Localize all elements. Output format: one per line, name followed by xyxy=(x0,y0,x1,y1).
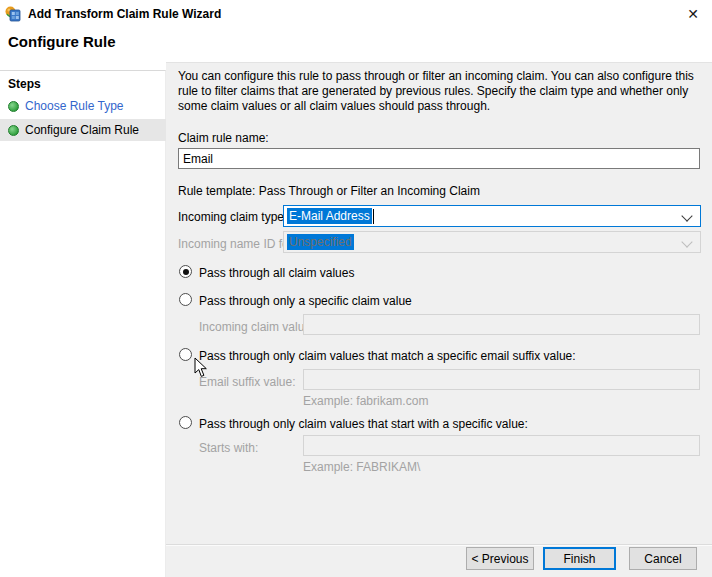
close-icon[interactable]: ✕ xyxy=(677,1,709,27)
step-label: Configure Claim Rule xyxy=(25,123,139,137)
email-suffix-example: Example: fabrikam.com xyxy=(303,394,428,408)
steps-heading: Steps xyxy=(8,77,41,91)
radio-email-suffix[interactable] xyxy=(179,348,192,361)
claim-rule-name-input[interactable] xyxy=(178,148,700,169)
finish-button[interactable]: Finish xyxy=(543,547,616,570)
cancel-button[interactable]: Cancel xyxy=(629,547,697,570)
radio-starts-with[interactable] xyxy=(179,416,192,429)
wizard-app-icon xyxy=(5,6,21,22)
radio-pass-through-all[interactable] xyxy=(179,265,192,278)
sidebar-item-choose-rule-type[interactable]: Choose Rule Type xyxy=(0,95,166,117)
previous-button[interactable]: < Previous xyxy=(466,547,534,570)
radio-email-suffix-label[interactable]: Pass through only claim values that matc… xyxy=(199,349,576,363)
selected-claim-type: E-Mail Address xyxy=(287,208,372,224)
email-suffix-value-input xyxy=(303,369,700,390)
starts-with-example: Example: FABRIKAM\ xyxy=(303,460,420,474)
incoming-claim-type-label: Incoming claim type: xyxy=(178,210,287,224)
step-bullet-icon xyxy=(8,101,19,112)
radio-specific-claim-value-label[interactable]: Pass through only a specific claim value xyxy=(199,294,412,308)
claim-rule-name-label: Claim rule name: xyxy=(178,131,269,145)
steps-panel: Steps Choose Rule Type Configure Claim R… xyxy=(0,70,166,577)
starts-with-label: Starts with: xyxy=(199,441,258,455)
radio-specific-claim-value[interactable] xyxy=(179,293,192,306)
footer-divider xyxy=(166,544,712,546)
radio-starts-with-label[interactable]: Pass through only claim values that star… xyxy=(199,417,528,431)
sidebar-item-configure-claim-rule[interactable]: Configure Claim Rule xyxy=(0,119,166,141)
incoming-claim-type-select[interactable]: E-Mail Address xyxy=(283,205,701,227)
radio-pass-through-all-label[interactable]: Pass through all claim values xyxy=(199,266,354,280)
starts-with-input xyxy=(303,435,700,456)
incoming-claim-value-input xyxy=(303,314,700,335)
chevron-down-icon[interactable] xyxy=(681,210,692,221)
title-bar: Add Transform Claim Rule Wizard ✕ xyxy=(0,0,712,28)
step-label[interactable]: Choose Rule Type xyxy=(25,99,124,113)
text-caret xyxy=(373,209,374,224)
incoming-claim-value-label: Incoming claim value: xyxy=(199,320,314,334)
content-panel: You can configure this rule to pass thro… xyxy=(166,62,712,577)
rule-template-text: Rule template: Pass Through or Filter an… xyxy=(178,184,480,198)
page-title: Configure Rule xyxy=(8,33,116,50)
rule-description: You can configure this rule to pass thro… xyxy=(178,69,702,114)
selected-name-id-format: Unspecified xyxy=(287,234,354,250)
window-title: Add Transform Claim Rule Wizard xyxy=(28,7,221,21)
incoming-name-id-format-select: Unspecified xyxy=(283,231,701,253)
email-suffix-value-label: Email suffix value: xyxy=(199,375,296,389)
step-bullet-icon xyxy=(8,125,19,136)
chevron-down-icon xyxy=(681,236,692,247)
